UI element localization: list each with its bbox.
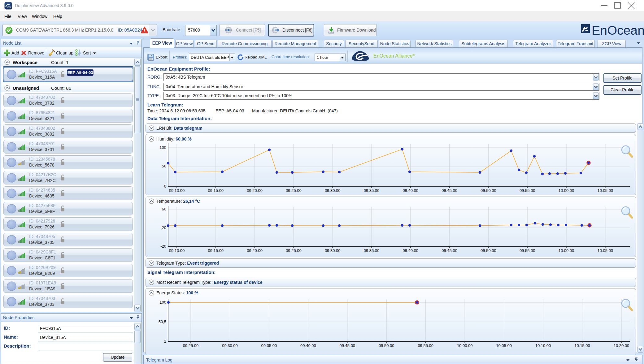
svg-text:09:20:00: 09:20:00 bbox=[247, 188, 263, 193]
svg-text:09:25:00: 09:25:00 bbox=[286, 248, 302, 253]
svg-text:50: 50 bbox=[162, 164, 166, 168]
svg-text:DV: DV bbox=[7, 6, 11, 9]
svg-text:09:30:00: 09:30:00 bbox=[325, 188, 341, 193]
svg-text:10:00:00: 10:00:00 bbox=[559, 248, 574, 253]
svg-text:09:10:00: 09:10:00 bbox=[169, 248, 185, 253]
svg-text:09:15:00: 09:15:00 bbox=[208, 248, 224, 253]
svg-text:0: 0 bbox=[164, 184, 166, 188]
svg-text:09:10:00: 09:10:00 bbox=[169, 188, 185, 193]
svg-text:09:45:00: 09:45:00 bbox=[442, 248, 457, 253]
svg-text:60: 60 bbox=[162, 207, 166, 211]
svg-text:!: ! bbox=[144, 28, 146, 33]
svg-text:09:45:00: 09:45:00 bbox=[442, 188, 457, 193]
svg-text:09:35:00: 09:35:00 bbox=[364, 248, 380, 253]
svg-text:10:05:00: 10:05:00 bbox=[597, 188, 613, 193]
svg-text:EnOcean: EnOcean bbox=[592, 24, 644, 37]
svg-text:09:55:00: 09:55:00 bbox=[520, 188, 535, 193]
svg-text:09:35:00: 09:35:00 bbox=[364, 188, 380, 193]
svg-text:09:25:00: 09:25:00 bbox=[286, 188, 302, 193]
svg-text:09:15:00: 09:15:00 bbox=[208, 188, 224, 193]
svg-text:10:05:00: 10:05:00 bbox=[597, 248, 613, 253]
svg-text:09:20:00: 09:20:00 bbox=[247, 248, 263, 253]
svg-text:09:55:00: 09:55:00 bbox=[520, 248, 535, 253]
svg-text:09:30:00: 09:30:00 bbox=[325, 248, 341, 253]
svg-text:100: 100 bbox=[159, 145, 166, 150]
svg-text:10:00:00: 10:00:00 bbox=[559, 188, 574, 193]
svg-text:09:40:00: 09:40:00 bbox=[402, 248, 418, 253]
svg-text:-20: -20 bbox=[160, 244, 166, 249]
svg-text:09:50:00: 09:50:00 bbox=[481, 188, 496, 193]
svg-text:09:40:00: 09:40:00 bbox=[402, 188, 418, 193]
svg-text:20: 20 bbox=[162, 225, 166, 230]
svg-text:09:50:00: 09:50:00 bbox=[481, 248, 496, 253]
